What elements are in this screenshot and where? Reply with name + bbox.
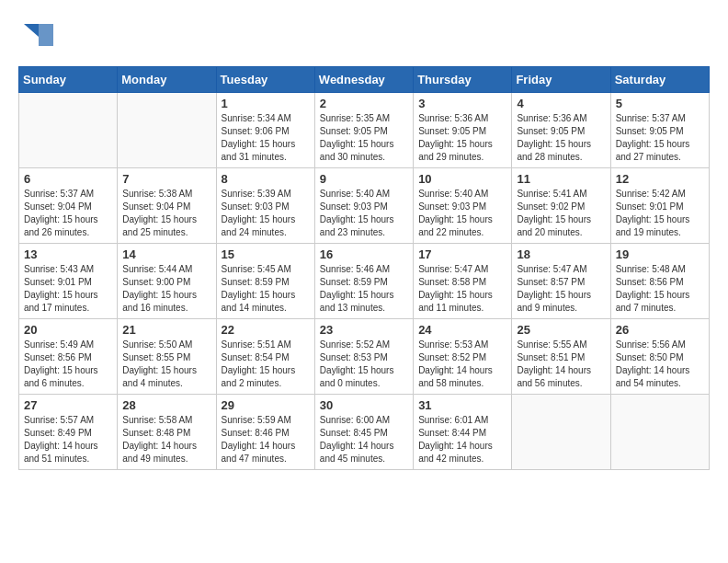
cell-content: Sunrise: 5:37 AMSunset: 9:04 PMDaylight:… <box>24 188 112 239</box>
day-number: 7 <box>122 172 210 186</box>
cell-content: Sunrise: 5:59 AMSunset: 8:46 PMDaylight:… <box>222 414 310 465</box>
calendar-cell: 13Sunrise: 5:43 AMSunset: 9:01 PMDayligh… <box>19 244 118 319</box>
day-number: 24 <box>418 323 506 337</box>
calendar-cell: 14Sunrise: 5:44 AMSunset: 9:00 PMDayligh… <box>118 244 216 319</box>
calendar-cell: 4Sunrise: 5:36 AMSunset: 9:05 PMDaylight… <box>512 93 610 168</box>
day-number: 11 <box>517 172 605 186</box>
cell-content: Sunrise: 5:46 AMSunset: 8:59 PMDaylight:… <box>320 263 408 315</box>
day-of-week-header: Wednesday <box>314 67 413 93</box>
cell-content: Sunrise: 5:37 AMSunset: 9:05 PMDaylight:… <box>616 112 704 164</box>
calendar-cell: 1Sunrise: 5:34 AMSunset: 9:06 PMDaylight… <box>216 93 314 168</box>
day-number: 18 <box>517 247 605 261</box>
calendar-cell: 9Sunrise: 5:40 AMSunset: 9:03 PMDaylight… <box>314 168 413 244</box>
day-number: 5 <box>616 97 704 110</box>
calendar-cell: 19Sunrise: 5:48 AMSunset: 8:56 PMDayligh… <box>610 244 709 319</box>
day-number: 6 <box>24 172 112 186</box>
day-number: 26 <box>616 323 704 337</box>
cell-content: Sunrise: 6:01 AMSunset: 8:44 PMDaylight:… <box>418 414 506 465</box>
day-of-week-header: Saturday <box>610 67 709 93</box>
day-number: 31 <box>418 398 506 412</box>
calendar-week-row: 6Sunrise: 5:37 AMSunset: 9:04 PMDaylight… <box>19 168 710 244</box>
cell-content: Sunrise: 5:57 AMSunset: 8:49 PMDaylight:… <box>24 414 112 465</box>
cell-content: Sunrise: 5:49 AMSunset: 8:56 PMDaylight:… <box>24 339 112 390</box>
cell-content: Sunrise: 5:47 AMSunset: 8:58 PMDaylight:… <box>418 263 506 315</box>
day-number: 8 <box>222 172 310 186</box>
calendar-cell: 26Sunrise: 5:56 AMSunset: 8:50 PMDayligh… <box>610 319 709 395</box>
cell-content: Sunrise: 5:44 AMSunset: 9:00 PMDaylight:… <box>122 263 210 315</box>
calendar-cell: 23Sunrise: 5:52 AMSunset: 8:53 PMDayligh… <box>314 319 413 395</box>
calendar-cell: 10Sunrise: 5:40 AMSunset: 9:03 PMDayligh… <box>414 168 512 244</box>
cell-content: Sunrise: 5:38 AMSunset: 9:04 PMDaylight:… <box>122 188 210 239</box>
calendar-cell: 29Sunrise: 5:59 AMSunset: 8:46 PMDayligh… <box>216 395 314 470</box>
calendar-cell: 20Sunrise: 5:49 AMSunset: 8:56 PMDayligh… <box>19 319 118 395</box>
calendar-cell: 22Sunrise: 5:51 AMSunset: 8:54 PMDayligh… <box>216 319 314 395</box>
cell-content: Sunrise: 5:45 AMSunset: 8:59 PMDaylight:… <box>222 263 310 315</box>
logo <box>18 18 55 57</box>
calendar-cell: 5Sunrise: 5:37 AMSunset: 9:05 PMDaylight… <box>610 93 709 168</box>
day-of-week-header: Tuesday <box>216 67 314 93</box>
calendar-week-row: 20Sunrise: 5:49 AMSunset: 8:56 PMDayligh… <box>19 319 710 395</box>
calendar-cell <box>118 93 216 168</box>
logo-icon <box>18 18 53 53</box>
day-number: 9 <box>320 172 408 186</box>
calendar-cell: 30Sunrise: 6:00 AMSunset: 8:45 PMDayligh… <box>314 395 413 470</box>
day-number: 14 <box>122 247 210 261</box>
day-number: 20 <box>24 323 112 337</box>
calendar-week-row: 1Sunrise: 5:34 AMSunset: 9:06 PMDaylight… <box>19 93 710 168</box>
day-of-week-header: Sunday <box>19 67 118 93</box>
cell-content: Sunrise: 5:58 AMSunset: 8:48 PMDaylight:… <box>122 414 210 465</box>
cell-content: Sunrise: 5:42 AMSunset: 9:01 PMDaylight:… <box>616 188 704 239</box>
svg-marker-2 <box>39 24 53 46</box>
day-number: 3 <box>418 97 506 110</box>
calendar-cell: 15Sunrise: 5:45 AMSunset: 8:59 PMDayligh… <box>216 244 314 319</box>
calendar-cell: 24Sunrise: 5:53 AMSunset: 8:52 PMDayligh… <box>414 319 512 395</box>
day-number: 28 <box>122 398 210 412</box>
cell-content: Sunrise: 5:41 AMSunset: 9:02 PMDaylight:… <box>517 188 605 239</box>
calendar-table: SundayMondayTuesdayWednesdayThursdayFrid… <box>18 66 710 470</box>
calendar-cell: 18Sunrise: 5:47 AMSunset: 8:57 PMDayligh… <box>512 244 610 319</box>
calendar-cell <box>19 93 118 168</box>
calendar-cell: 27Sunrise: 5:57 AMSunset: 8:49 PMDayligh… <box>19 395 118 470</box>
day-number: 22 <box>222 323 310 337</box>
calendar-cell: 3Sunrise: 5:36 AMSunset: 9:05 PMDaylight… <box>414 93 512 168</box>
day-number: 21 <box>122 323 210 337</box>
calendar-cell <box>512 395 610 470</box>
cell-content: Sunrise: 5:50 AMSunset: 8:55 PMDaylight:… <box>122 339 210 390</box>
day-number: 13 <box>24 247 112 261</box>
day-number: 30 <box>320 398 408 412</box>
day-number: 2 <box>320 97 408 110</box>
cell-content: Sunrise: 5:40 AMSunset: 9:03 PMDaylight:… <box>418 188 506 239</box>
calendar-header-row: SundayMondayTuesdayWednesdayThursdayFrid… <box>19 67 710 93</box>
day-of-week-header: Monday <box>118 67 216 93</box>
day-number: 23 <box>320 323 408 337</box>
calendar-cell: 11Sunrise: 5:41 AMSunset: 9:02 PMDayligh… <box>512 168 610 244</box>
day-number: 25 <box>517 323 605 337</box>
calendar-cell: 25Sunrise: 5:55 AMSunset: 8:51 PMDayligh… <box>512 319 610 395</box>
cell-content: Sunrise: 5:47 AMSunset: 8:57 PMDaylight:… <box>517 263 605 315</box>
calendar-week-row: 27Sunrise: 5:57 AMSunset: 8:49 PMDayligh… <box>19 395 710 470</box>
calendar-cell: 8Sunrise: 5:39 AMSunset: 9:03 PMDaylight… <box>216 168 314 244</box>
cell-content: Sunrise: 5:48 AMSunset: 8:56 PMDaylight:… <box>616 263 704 315</box>
day-number: 12 <box>616 172 704 186</box>
day-number: 4 <box>517 97 605 110</box>
calendar-cell: 7Sunrise: 5:38 AMSunset: 9:04 PMDaylight… <box>118 168 216 244</box>
cell-content: Sunrise: 5:53 AMSunset: 8:52 PMDaylight:… <box>418 339 506 390</box>
day-number: 15 <box>222 247 310 261</box>
page-header <box>18 18 710 57</box>
day-number: 19 <box>616 247 704 261</box>
calendar-cell: 12Sunrise: 5:42 AMSunset: 9:01 PMDayligh… <box>610 168 709 244</box>
calendar-cell: 31Sunrise: 6:01 AMSunset: 8:44 PMDayligh… <box>414 395 512 470</box>
calendar-cell: 16Sunrise: 5:46 AMSunset: 8:59 PMDayligh… <box>314 244 413 319</box>
cell-content: Sunrise: 5:35 AMSunset: 9:05 PMDaylight:… <box>320 112 408 164</box>
cell-content: Sunrise: 5:34 AMSunset: 9:06 PMDaylight:… <box>222 112 310 164</box>
day-number: 10 <box>418 172 506 186</box>
calendar-cell: 6Sunrise: 5:37 AMSunset: 9:04 PMDaylight… <box>19 168 118 244</box>
cell-content: Sunrise: 5:40 AMSunset: 9:03 PMDaylight:… <box>320 188 408 239</box>
day-number: 27 <box>24 398 112 412</box>
cell-content: Sunrise: 5:56 AMSunset: 8:50 PMDaylight:… <box>616 339 704 390</box>
svg-marker-1 <box>24 24 39 37</box>
day-number: 1 <box>222 97 310 110</box>
calendar-cell: 21Sunrise: 5:50 AMSunset: 8:55 PMDayligh… <box>118 319 216 395</box>
day-of-week-header: Friday <box>512 67 610 93</box>
day-number: 29 <box>222 398 310 412</box>
